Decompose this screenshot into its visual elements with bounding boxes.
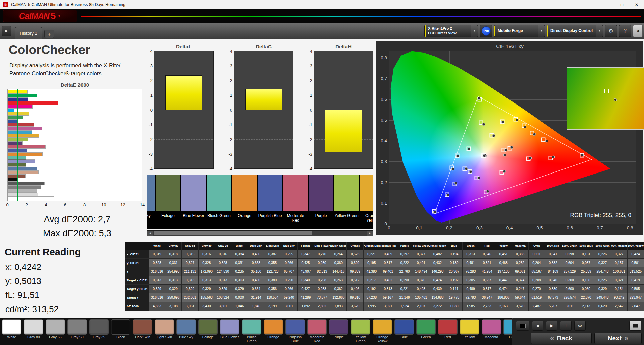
deltae-bar xyxy=(8,186,41,189)
table-cell: 69,061 xyxy=(512,267,528,276)
table-cell: 3,108 xyxy=(165,302,182,311)
strip-patch-orange[interactable]: Orange xyxy=(232,175,257,229)
tile-red[interactable]: Red xyxy=(438,319,458,343)
maximize-button[interactable]: □ xyxy=(614,0,629,9)
tile-bluish-green[interactable]: Bluish Green xyxy=(242,319,261,343)
table-cell: 0,374 xyxy=(512,276,528,285)
play-button[interactable]: ▶ xyxy=(546,321,557,331)
next-button[interactable]: Next » xyxy=(594,333,642,344)
x-tick-label: 0,7 xyxy=(597,225,603,230)
tile-gray-50[interactable]: Gray 50 xyxy=(67,319,87,343)
patch-label: Yellow Green xyxy=(334,211,359,229)
strip-patch-orange-yellow[interactable]: Orange Yellow xyxy=(360,175,373,229)
display-control-dropdown[interactable]: Direct Display Control ▼ xyxy=(547,25,603,37)
close-button[interactable]: ✕ xyxy=(629,0,644,9)
chevron-down-icon[interactable]: ▼ xyxy=(471,25,478,37)
source-dropdown[interactable]: Mobile Forge ▼ xyxy=(494,25,545,37)
x-tick-label: 0,5 xyxy=(536,225,543,230)
table-cell: 0,270 xyxy=(314,250,330,259)
strip-patch-bluish-green[interactable]: Bluish Green xyxy=(207,175,231,229)
gridline xyxy=(314,95,373,95)
deltae-bar xyxy=(8,167,37,170)
chevron-down-icon[interactable]: ▼ xyxy=(538,25,545,37)
calman-logo[interactable]: CalMAN 5 ▼ xyxy=(3,10,77,22)
tile-foliage[interactable]: Foliage xyxy=(198,319,218,343)
current-reading-fl: fL: 91,51 xyxy=(5,290,39,300)
tile-purplish-blue[interactable]: Purplish Blue xyxy=(285,319,305,343)
tile-dark-skin[interactable]: Dark Skin xyxy=(133,319,152,343)
table-cell: 0,264 xyxy=(330,250,347,259)
tile-light-skin[interactable]: Light Skin xyxy=(155,319,174,343)
meter-count-button[interactable]: 190 xyxy=(480,25,492,37)
tile-label: Gray 50 xyxy=(71,335,83,339)
continuous-measure-button[interactable]: ∞ xyxy=(574,321,586,331)
minimize-button[interactable]: — xyxy=(600,0,614,9)
table-cell: 0,406 xyxy=(248,250,264,259)
meter-dropdown[interactable]: X-Rite i1Pro 2 LCD Direct View ▼ xyxy=(424,25,478,37)
tile-label: Orange xyxy=(267,335,279,339)
deltae-bar xyxy=(8,160,35,163)
scrollbar-right-arrow[interactable]: ► xyxy=(367,231,373,236)
pattern-toggle-button[interactable] xyxy=(516,321,529,331)
table-cell: 0,328 xyxy=(149,259,165,267)
single-measure-button[interactable]: ⌶ xyxy=(560,321,572,331)
strip-patch-blue-flower[interactable]: Blue Flower xyxy=(181,175,206,229)
table-cell: 0,263 xyxy=(330,276,347,285)
table-column-header: Gray 80 xyxy=(165,242,182,250)
scrollbar-left-arrow[interactable]: ◄ xyxy=(147,231,153,236)
tile-gray-80[interactable]: Gray 80 xyxy=(24,319,43,343)
table-row: Target y:CIE310,3290,3290,3290,3290,3290… xyxy=(125,285,644,293)
tile-purple[interactable]: Purple xyxy=(329,319,348,343)
tab-scroll-left-button[interactable]: ▶ xyxy=(2,26,11,36)
pattern-window-button[interactable] xyxy=(629,321,641,331)
add-tab-button[interactable]: + xyxy=(44,30,54,38)
patch-color xyxy=(360,175,373,211)
tile-label: Blue Sky xyxy=(179,335,193,339)
tile-green[interactable]: Green xyxy=(416,319,436,343)
tile-gray-35[interactable]: Gray 35 xyxy=(89,319,109,343)
tile-gray-65[interactable]: Gray 65 xyxy=(46,319,65,343)
current-reading-y: y: 0,5013 xyxy=(5,276,41,286)
strip-patch-yellow-green[interactable]: Yellow Green xyxy=(334,175,359,229)
patch-color xyxy=(232,175,257,211)
help-button[interactable]: ? xyxy=(619,25,631,37)
tile-orange[interactable]: Orange xyxy=(264,319,283,343)
tile-blue-flower[interactable]: Blue Flower xyxy=(220,319,239,343)
strip-patch-moderate-red[interactable]: Moderate Red xyxy=(283,175,308,229)
tile-label: Bluish Green xyxy=(242,335,261,343)
tile-orange-yellow[interactable]: Orange Yellow xyxy=(373,319,392,343)
table-cell: 197,130 xyxy=(495,267,512,276)
strip-patch-foliage[interactable]: Foliage xyxy=(156,175,180,229)
tile-white[interactable]: White xyxy=(2,319,21,343)
tab-history-1[interactable]: History 1 xyxy=(15,27,42,39)
tile-black[interactable]: Black xyxy=(111,319,130,343)
titlebar: 5 CalMAN 5 CalMAN Ultimate for Business … xyxy=(0,0,644,9)
y-tick-label: -2 xyxy=(308,137,312,142)
table-cell: 0,491 xyxy=(413,259,429,267)
tile-yellow[interactable]: Yellow xyxy=(460,319,479,343)
table-cell: 0,250 xyxy=(314,259,330,267)
table-cell: 226,574 xyxy=(561,293,578,302)
table-cell: 0,195 xyxy=(364,259,380,267)
tile-magenta[interactable]: Magenta xyxy=(482,319,501,343)
panel-collapse-button[interactable]: ◀ xyxy=(633,25,643,37)
table-cell: 0,451 xyxy=(495,250,512,259)
tile-label: Purple xyxy=(334,335,344,339)
strip-patch-purplish-blue[interactable]: Purplish Blue xyxy=(258,175,282,229)
tile-blue[interactable]: Blue xyxy=(394,319,414,343)
y-tick-label: -3 xyxy=(149,152,153,157)
chevron-down-icon[interactable]: ▼ xyxy=(596,25,603,37)
tile-moderate-red[interactable]: Moderate Red xyxy=(307,319,327,343)
table-cell: 100,631 xyxy=(611,267,628,276)
back-button[interactable]: « Back xyxy=(531,333,592,344)
scrollbar-thumb[interactable] xyxy=(154,231,312,235)
tile-blue-sky[interactable]: Blue Sky xyxy=(176,319,196,343)
tile-yellow-green[interactable]: Yellow Green xyxy=(351,319,370,343)
settings-button[interactable]: ⚙ xyxy=(605,25,617,37)
table-cell: 0,482 xyxy=(429,250,446,259)
delta-chart-y-axis: 43210-1-2-3-4 xyxy=(226,51,234,169)
stop-button[interactable]: ■ xyxy=(532,321,543,331)
strip-patch-blue-sky[interactable]: Blue Sky xyxy=(147,175,155,229)
strip-patch-purple[interactable]: Purple xyxy=(309,175,333,229)
patch-label: Blue Flower xyxy=(181,211,206,229)
